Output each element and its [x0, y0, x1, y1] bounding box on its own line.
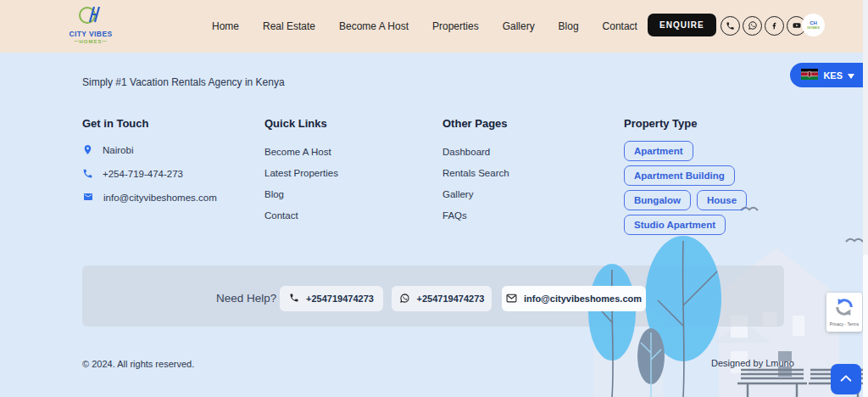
- scroll-to-top-button[interactable]: [831, 364, 861, 394]
- nav-item-home[interactable]: Home: [212, 20, 239, 32]
- property-type-heading: Property Type: [624, 117, 804, 130]
- chevron-up-icon: [839, 373, 853, 386]
- contact-phone-text: +254-719-474-273: [103, 169, 183, 179]
- recaptcha-icon: [835, 298, 854, 320]
- nav-item-real-estate[interactable]: Real Estate: [263, 20, 315, 32]
- contact-email-text: info@cityvibeshomes.com: [103, 193, 217, 203]
- need-help-email-text: info@cityvibeshomes.com: [524, 294, 642, 304]
- nav-item-gallery[interactable]: Gallery: [503, 20, 535, 32]
- quick-link-latest-properties[interactable]: Latest Properties: [264, 168, 338, 178]
- quick-link-blog[interactable]: Blog: [264, 189, 284, 199]
- other-page-faqs[interactable]: FAQs: [442, 210, 467, 221]
- recaptcha-badge[interactable]: Privacy - Terms: [826, 293, 862, 332]
- contact-email[interactable]: info@cityvibeshomes.com: [82, 186, 217, 210]
- quick-link-contact[interactable]: Contact: [264, 210, 298, 221]
- need-help-whatsapp-button[interactable]: +254719474273: [392, 286, 492, 311]
- need-help-whatsapp-text: +254719474273: [417, 294, 485, 304]
- email-icon: [506, 294, 517, 305]
- location-pin-icon: [82, 143, 93, 158]
- other-page-gallery[interactable]: Gallery: [442, 189, 473, 199]
- need-help-label: Need Help?: [216, 292, 276, 305]
- scrollbar-thumb[interactable]: [863, 254, 868, 397]
- quick-links-column: Quick Links Become A Host Latest Propert…: [264, 117, 338, 226]
- property-chip-apartment-building[interactable]: Apartment Building: [624, 165, 735, 186]
- phone-icon: [289, 293, 299, 305]
- top-header: CITY VIBES HOMES Home Real Estate Become…: [0, 0, 868, 53]
- other-page-dashboard[interactable]: Dashboard: [442, 147, 490, 157]
- property-chip-house[interactable]: House: [697, 190, 747, 210]
- phone-social-button[interactable]: [721, 16, 740, 36]
- other-page-rentals-search[interactable]: Rentals Search: [442, 168, 509, 178]
- page: CITY VIBES HOMES Home Real Estate Become…: [0, 0, 868, 397]
- property-chip-studio-apartment[interactable]: Studio Apartment: [624, 215, 726, 235]
- contact-location: Nairobi: [82, 138, 217, 162]
- get-in-touch-heading: Get in Touch: [82, 117, 217, 130]
- nav-item-contact[interactable]: Contact: [603, 20, 637, 32]
- social-links: [721, 16, 806, 36]
- main-nav: Home Real Estate Become A Host Propertie…: [212, 0, 637, 53]
- get-in-touch-column: Get in Touch Nairobi +254-719-474-273: [82, 117, 217, 210]
- contact-phone[interactable]: +254-719-474-273: [82, 162, 217, 186]
- logo-monogram-icon: [78, 14, 103, 28]
- other-pages-heading: Other Pages: [442, 117, 509, 130]
- phone-icon: [82, 168, 93, 181]
- designer-credit: Designed by Lmuno: [711, 358, 794, 368]
- phone-icon: [726, 19, 735, 34]
- nav-item-become-a-host[interactable]: Become A Host: [339, 20, 409, 32]
- chevron-down-icon: [848, 70, 854, 81]
- logo-suffix: HOMES: [61, 38, 120, 44]
- quick-link-become-a-host[interactable]: Become A Host: [264, 147, 331, 157]
- nav-item-blog[interactable]: Blog: [559, 20, 579, 32]
- site-logo[interactable]: CITY VIBES HOMES: [61, 3, 120, 44]
- facebook-social-button[interactable]: [765, 16, 784, 36]
- copyright-text: © 2024. All rights reserved.: [82, 359, 194, 369]
- contact-location-text: Nairobi: [103, 145, 133, 155]
- currency-selector[interactable]: KES: [790, 63, 863, 87]
- property-chip-bungalow[interactable]: Bungalow: [624, 190, 691, 210]
- need-help-phone-text: +254719474273: [306, 294, 374, 304]
- email-icon: [82, 192, 94, 204]
- footer-tagline: Simply #1 Vacation Rentals Agency in Ken…: [82, 76, 285, 88]
- nav-item-properties[interactable]: Properties: [432, 20, 479, 32]
- page-scrollbar[interactable]: [863, 0, 868, 397]
- whatsapp-social-button[interactable]: [743, 16, 762, 36]
- need-help-email-button[interactable]: info@cityvibeshomes.com: [502, 286, 646, 311]
- avatar-mini-logo-suffix: HOMES: [807, 25, 820, 30]
- facebook-icon: [770, 19, 779, 34]
- youtube-icon: [792, 19, 802, 34]
- account-avatar[interactable]: CH HOMES: [802, 14, 825, 36]
- property-type-column: Property Type Apartment Apartment Buildi…: [624, 117, 804, 235]
- need-help-phone-button[interactable]: +254719474273: [280, 286, 383, 311]
- footer: Simply #1 Vacation Rentals Agency in Ken…: [0, 53, 868, 397]
- logo-name: CITY VIBES: [61, 30, 120, 38]
- kenya-flag-icon: [801, 69, 818, 81]
- quick-links-heading: Quick Links: [264, 117, 338, 130]
- whatsapp-icon: [748, 19, 758, 34]
- whatsapp-icon: [399, 293, 410, 305]
- enquire-button[interactable]: ENQUIRE: [648, 14, 716, 36]
- other-pages-column: Other Pages Dashboard Rentals Search Gal…: [442, 117, 509, 226]
- recaptcha-privacy-terms[interactable]: Privacy - Terms: [830, 322, 859, 327]
- currency-code: KES: [823, 70, 843, 81]
- property-chip-apartment[interactable]: Apartment: [624, 141, 693, 161]
